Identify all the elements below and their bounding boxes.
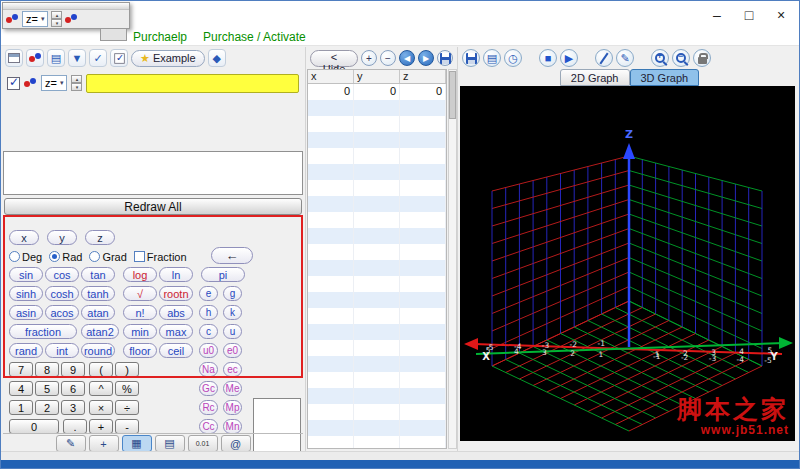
radio-grad[interactable]: Grad: [89, 251, 126, 263]
keyboard-icon[interactable]: ▤: [47, 49, 65, 67]
table-row[interactable]: [308, 292, 446, 308]
expression-spinner[interactable]: ▴ ▾: [71, 75, 82, 91]
key-acos[interactable]: acos: [45, 305, 79, 320]
add-row-button[interactable]: +: [361, 50, 377, 66]
key-Mn[interactable]: Mn: [223, 419, 242, 434]
left-tab-globe[interactable]: @: [221, 435, 251, 452]
expression-enable-checkbox[interactable]: [7, 77, 20, 90]
scrollbar-thumb[interactable]: [449, 71, 456, 119]
table-row[interactable]: [308, 244, 446, 260]
filter-icon[interactable]: ▼: [68, 49, 86, 67]
diamond-icon[interactable]: ◆: [208, 49, 226, 67]
key-floor[interactable]: floor: [123, 343, 157, 358]
key-Cc[interactable]: Cc: [199, 419, 218, 434]
key-3[interactable]: 3: [61, 400, 85, 415]
key-e0[interactable]: e0: [223, 343, 242, 358]
history-button[interactable]: ◷: [504, 49, 522, 67]
key-7[interactable]: 7: [9, 362, 33, 377]
table-row[interactable]: [308, 388, 446, 404]
key-cos[interactable]: cos: [45, 267, 79, 282]
key-÷[interactable]: ÷: [115, 400, 139, 415]
hide-panel-button[interactable]: < Hide: [310, 50, 358, 67]
key--[interactable]: -: [115, 419, 139, 434]
table-row[interactable]: [308, 228, 446, 244]
points-icon[interactable]: [26, 49, 44, 67]
table-row[interactable]: [308, 420, 446, 436]
key-tan[interactable]: tan: [81, 267, 115, 282]
key-Mp[interactable]: Mp: [223, 400, 242, 415]
key-)[interactable]: ): [115, 362, 139, 377]
table-row[interactable]: [308, 308, 446, 324]
key-tanh[interactable]: tanh: [81, 286, 115, 301]
window-icon[interactable]: [5, 49, 23, 67]
minimize-button[interactable]: –: [701, 1, 733, 29]
table-scrollbar[interactable]: [448, 69, 457, 449]
pencil-button[interactable]: ✎: [616, 49, 634, 67]
key-9[interactable]: 9: [61, 362, 85, 377]
key-u0[interactable]: u0: [199, 343, 218, 358]
table-row[interactable]: [308, 260, 446, 276]
menu-item-help[interactable]: Purchaelp: [133, 30, 187, 44]
backspace-button[interactable]: ←: [211, 247, 253, 264]
key-fraction[interactable]: fraction: [9, 324, 77, 339]
play-button[interactable]: ▶: [560, 49, 578, 67]
key-round[interactable]: round: [81, 343, 115, 358]
key-Gc[interactable]: Gc: [199, 381, 218, 396]
check-icon[interactable]: ✓: [89, 49, 107, 67]
table-row[interactable]: [308, 404, 446, 420]
radio-rad[interactable]: Rad: [49, 251, 82, 263]
key-y[interactable]: y: [47, 230, 77, 245]
key-rootn[interactable]: rootn: [159, 286, 193, 301]
key-c[interactable]: c: [199, 324, 218, 339]
mini-spinner[interactable]: ▴ ▾: [51, 11, 62, 27]
key-.[interactable]: .: [63, 419, 87, 434]
key-1[interactable]: 1: [9, 400, 33, 415]
maximize-button[interactable]: □: [733, 1, 765, 29]
key-min[interactable]: min: [123, 324, 157, 339]
key-6[interactable]: 6: [61, 381, 85, 396]
table-row[interactable]: [308, 372, 446, 388]
key-ln[interactable]: ln: [159, 267, 193, 282]
key-e[interactable]: e: [199, 286, 218, 301]
spinner-down-icon[interactable]: ▾: [71, 83, 82, 91]
key-+[interactable]: +: [89, 419, 113, 434]
key-ceil[interactable]: ceil: [159, 343, 193, 358]
tab-3d-graph[interactable]: 3D Graph: [630, 69, 700, 86]
table-row[interactable]: [308, 340, 446, 356]
key-Me[interactable]: Me: [223, 381, 242, 396]
spinner-up-icon[interactable]: ▴: [71, 75, 82, 83]
checkbox-icon[interactable]: [110, 49, 128, 67]
key-z[interactable]: z: [85, 230, 115, 245]
key-Rc[interactable]: Rc: [199, 400, 218, 415]
key-int[interactable]: int: [45, 343, 79, 358]
tab-2d-graph[interactable]: 2D Graph: [560, 69, 630, 86]
zoom-out-button[interactable]: [672, 49, 690, 67]
table-row[interactable]: [308, 324, 446, 340]
mini-expression-window[interactable]: z= ▾ ▴ ▾: [2, 2, 130, 29]
mini-window-tab[interactable]: [100, 29, 127, 41]
table-row[interactable]: [308, 356, 446, 372]
forward-arrow-button[interactable]: ▶: [418, 50, 434, 66]
lock-button[interactable]: [693, 49, 711, 67]
table-row[interactable]: [308, 196, 446, 212]
table-row[interactable]: [308, 212, 446, 228]
table-row[interactable]: [308, 164, 446, 180]
back-arrow-button[interactable]: ◀: [399, 50, 415, 66]
zoom-in-button[interactable]: [651, 49, 669, 67]
key-4[interactable]: 4: [9, 381, 33, 396]
key-rand[interactable]: rand: [9, 343, 43, 358]
key-atan2[interactable]: atan2: [81, 324, 119, 339]
mini-z-select[interactable]: z= ▾: [22, 11, 48, 27]
fraction-checkbox[interactable]: Fraction: [134, 251, 187, 263]
key-Na[interactable]: Na: [199, 362, 218, 377]
key-√[interactable]: √: [123, 286, 157, 301]
key-cosh[interactable]: cosh: [45, 286, 79, 301]
key-sinh[interactable]: sinh: [9, 286, 43, 301]
remove-row-button[interactable]: −: [380, 50, 396, 66]
key-([interactable]: (: [89, 362, 113, 377]
spinner-down-icon[interactable]: ▾: [51, 19, 62, 27]
key-ec[interactable]: ec: [223, 362, 242, 377]
key-atan[interactable]: atan: [81, 305, 115, 320]
example-button[interactable]: ★ Example: [131, 50, 205, 67]
notes-button[interactable]: ▤: [483, 49, 501, 67]
